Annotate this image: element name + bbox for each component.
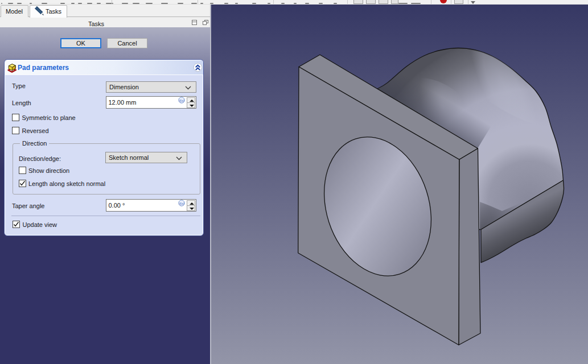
svg-text:f(x): f(x) [179,99,184,102]
svg-text:f(x): f(x) [179,202,184,205]
